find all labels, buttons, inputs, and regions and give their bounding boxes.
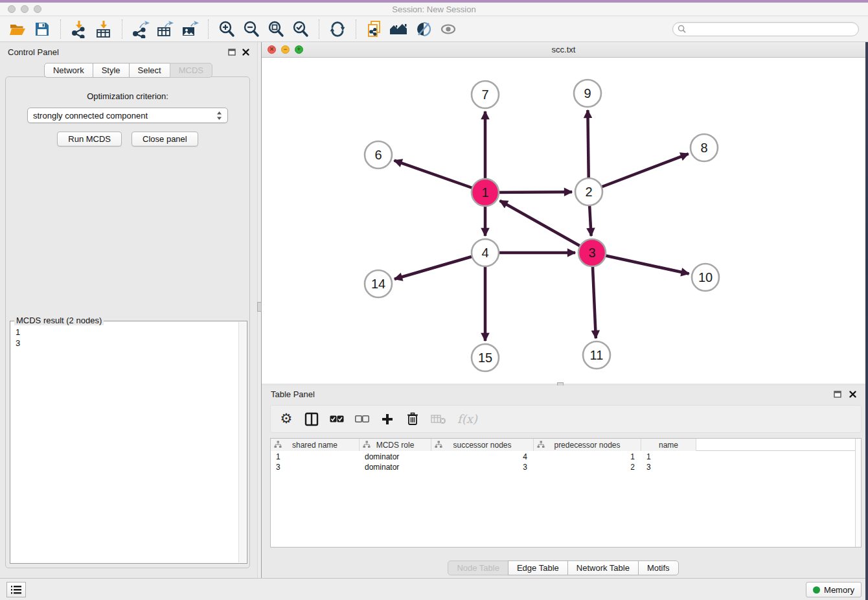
export-network-button[interactable] — [128, 18, 153, 40]
memory-button[interactable]: Memory — [806, 582, 862, 597]
export-table-button[interactable] — [153, 18, 177, 40]
checked-boxes-icon — [330, 415, 344, 422]
import-table-icon — [95, 20, 113, 38]
export-image-button[interactable] — [177, 18, 202, 40]
table-row[interactable]: 3dominator323 — [271, 462, 855, 472]
table-row[interactable]: 1dominator411 — [271, 452, 855, 462]
add-column-button[interactable] — [380, 411, 394, 428]
table-cell[interactable]: dominator — [360, 462, 431, 472]
export-network-icon — [131, 20, 150, 38]
table-scrollbar[interactable] — [855, 439, 861, 547]
task-history-button[interactable] — [6, 582, 26, 597]
network-node-14[interactable]: 14 — [365, 270, 392, 297]
svg-text:6: 6 — [374, 148, 382, 162]
refresh-icon — [329, 21, 346, 38]
network-node-11[interactable]: 11 — [583, 341, 610, 369]
network-edge-3-1[interactable] — [500, 201, 592, 253]
save-floppy-icon — [34, 21, 50, 37]
table-options-gear-button[interactable]: ⚙ — [279, 411, 293, 428]
sort-tree-icon — [537, 441, 545, 448]
tab-node-table[interactable]: Node Table — [448, 560, 508, 575]
zoom-fit-button[interactable] — [264, 18, 288, 40]
column-header-successor-nodes[interactable]: successor nodes — [431, 439, 534, 451]
select-all-columns-button[interactable] — [330, 411, 344, 428]
column-header-predecessor-nodes[interactable]: predecessor nodes — [534, 439, 641, 451]
tab-select[interactable]: Select — [129, 63, 170, 78]
network-node-3[interactable]: 3 — [578, 239, 606, 266]
memory-status-dot — [813, 586, 820, 594]
zoom-selected-button[interactable] — [288, 18, 313, 40]
mcds-result-scrollbar[interactable] — [238, 322, 246, 562]
open-session-button[interactable] — [5, 18, 30, 40]
table-cell[interactable]: 1 — [271, 452, 360, 462]
graphics-details-button[interactable] — [411, 18, 436, 40]
tab-network[interactable]: Network — [44, 63, 93, 78]
network-edge-2-8[interactable] — [589, 154, 689, 192]
apply-layout-button[interactable] — [325, 18, 350, 40]
criterion-select[interactable]: strongly connected component — [27, 108, 228, 123]
column-header-mcds-role[interactable]: MCDS role — [360, 439, 431, 451]
birds-eye-view-button[interactable] — [436, 18, 461, 40]
network-node-6[interactable]: 6 — [365, 141, 392, 168]
network-node-10[interactable]: 10 — [692, 264, 719, 291]
unchecked-boxes-icon — [355, 415, 369, 422]
zoom-in-button[interactable] — [214, 18, 239, 40]
network-node-15[interactable]: 15 — [472, 344, 499, 371]
zoom-fit-icon — [267, 20, 285, 38]
column-manager-button[interactable] — [304, 411, 319, 428]
control-panel-title: Control Panel — [8, 47, 59, 57]
column-header-name[interactable]: name — [641, 439, 696, 451]
zoom-out-icon — [242, 20, 260, 38]
tab-style[interactable]: Style — [93, 63, 130, 78]
network-edge-3-10[interactable] — [592, 253, 689, 273]
network-node-4[interactable]: 4 — [472, 239, 499, 266]
splitter-handle[interactable] — [257, 302, 262, 312]
clone-network-button[interactable] — [362, 18, 387, 40]
table-cell[interactable]: 1 — [641, 452, 696, 462]
close-panel-icon[interactable] — [242, 49, 249, 56]
network-node-8[interactable]: 8 — [691, 134, 718, 161]
trash-icon — [407, 412, 418, 426]
column-header-shared-name[interactable]: shared name — [271, 439, 360, 451]
first-neighbors-button[interactable] — [387, 18, 411, 40]
tab-network-table[interactable]: Network Table — [567, 560, 639, 575]
panel-splitter-vertical[interactable] — [257, 42, 262, 578]
run-mcds-button[interactable]: Run MCDS — [57, 132, 122, 146]
save-session-button[interactable] — [30, 18, 54, 40]
table-cell[interactable]: 2 — [534, 462, 641, 472]
tab-motifs[interactable]: Motifs — [638, 560, 679, 575]
table-header-row: shared nameMCDS rolesuccessor nodesprede… — [271, 439, 855, 451]
import-table-button[interactable] — [91, 18, 116, 40]
network-node-9[interactable]: 9 — [574, 80, 601, 107]
table-cell[interactable]: 3 — [271, 462, 360, 472]
float-panel-icon[interactable] — [834, 391, 841, 398]
network-edge-1-6[interactable] — [394, 161, 485, 192]
network-node-1[interactable]: 1 — [472, 179, 499, 206]
table-cell[interactable]: dominator — [360, 452, 431, 462]
table-cell[interactable]: 3 — [431, 462, 534, 472]
import-network-button[interactable] — [67, 18, 91, 40]
function-builder-button[interactable]: f(x) — [457, 411, 477, 428]
svg-text:14: 14 — [371, 277, 385, 291]
eye-icon — [439, 21, 457, 37]
network-node-7[interactable]: 7 — [472, 81, 499, 108]
network-node-2[interactable]: 2 — [575, 178, 602, 205]
delete-column-button[interactable] — [405, 411, 420, 428]
table-cell[interactable]: 4 — [431, 452, 534, 462]
zoom-out-button[interactable] — [239, 18, 264, 40]
mcds-result-text: 1 3 — [10, 323, 238, 563]
table-cell[interactable]: 3 — [641, 462, 696, 472]
optimization-criterion-label: Optimization criterion: — [6, 91, 249, 101]
tab-mcds[interactable]: MCDS — [170, 63, 212, 78]
delete-table-button[interactable] — [431, 411, 446, 428]
close-panel-icon[interactable] — [849, 391, 856, 398]
tab-edge-table[interactable]: Edge Table — [508, 560, 568, 575]
zoom-selected-icon — [291, 20, 310, 38]
status-bar: Memory — [0, 578, 868, 600]
table-cell[interactable]: 1 — [534, 452, 641, 462]
network-canvas[interactable]: 7968124314101511 — [262, 58, 865, 384]
close-panel-button[interactable]: Close panel — [131, 132, 198, 146]
search-input[interactable] — [672, 22, 859, 36]
deselect-all-columns-button[interactable] — [355, 411, 369, 428]
float-panel-icon[interactable] — [228, 49, 236, 56]
